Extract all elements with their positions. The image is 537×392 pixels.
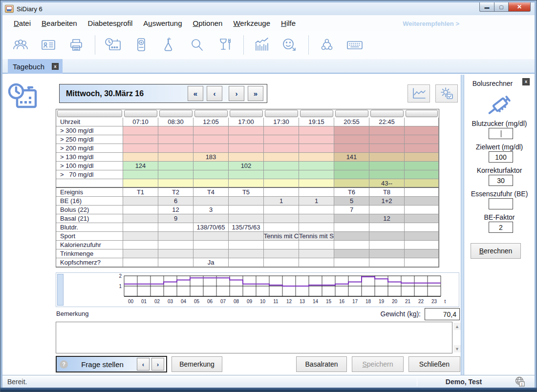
menu-auswertung[interactable]: Auswertung bbox=[138, 17, 187, 29]
question-next-button[interactable]: › bbox=[151, 358, 164, 371]
nutrition-icon[interactable] bbox=[214, 35, 236, 55]
bemerkung-button[interactable]: Bemerkung bbox=[172, 356, 222, 372]
table-cell[interactable] bbox=[334, 223, 369, 232]
table-cell[interactable] bbox=[229, 197, 264, 206]
table-cell[interactable]: 43-- bbox=[369, 179, 405, 188]
time-column-header[interactable]: 17:00 bbox=[229, 118, 264, 126]
table-cell[interactable] bbox=[299, 144, 334, 153]
table-cell[interactable]: T4 bbox=[193, 188, 229, 197]
table-cell[interactable]: 135/75/63 bbox=[229, 223, 264, 232]
next-day-button[interactable]: › bbox=[229, 86, 244, 101]
table-cell[interactable]: 138/70/65 bbox=[193, 223, 229, 232]
table-cell[interactable] bbox=[123, 135, 158, 144]
keyboard-icon[interactable] bbox=[344, 35, 366, 55]
time-column-header[interactable]: 17:30 bbox=[264, 118, 299, 126]
table-cell[interactable]: 6 bbox=[158, 197, 193, 206]
table-cell[interactable] bbox=[264, 206, 299, 214]
table-cell[interactable] bbox=[405, 197, 439, 206]
table-cell[interactable] bbox=[405, 135, 439, 144]
table-cell[interactable] bbox=[334, 214, 369, 223]
statistics-icon[interactable] bbox=[251, 35, 273, 55]
table-cell[interactable] bbox=[369, 135, 405, 144]
table-cell[interactable] bbox=[405, 232, 439, 241]
table-cell[interactable] bbox=[405, 258, 439, 267]
bolus-input[interactable] bbox=[489, 128, 513, 139]
table-cell[interactable] bbox=[229, 258, 264, 267]
tab-close-icon[interactable]: x bbox=[52, 63, 59, 70]
table-cell[interactable] bbox=[405, 144, 439, 153]
previous-day-button[interactable]: ‹ bbox=[207, 86, 222, 101]
table-cell[interactable] bbox=[299, 135, 334, 144]
table-cell[interactable] bbox=[264, 223, 299, 232]
table-cell[interactable] bbox=[123, 206, 158, 214]
table-cell[interactable]: T8 bbox=[369, 188, 405, 197]
table-cell[interactable] bbox=[229, 144, 264, 153]
table-cell[interactable] bbox=[158, 162, 193, 170]
last-day-button[interactable]: » bbox=[248, 86, 263, 101]
table-cell[interactable] bbox=[193, 241, 229, 249]
table-cell[interactable] bbox=[299, 126, 334, 135]
table-cell[interactable] bbox=[193, 170, 229, 179]
recommend-link[interactable]: Weiterempfehlen > bbox=[403, 20, 459, 27]
bolus-close-icon[interactable]: x bbox=[522, 78, 530, 85]
table-cell[interactable] bbox=[193, 214, 229, 223]
table-cell[interactable] bbox=[123, 214, 158, 223]
table-cell[interactable] bbox=[369, 258, 405, 267]
table-cell[interactable] bbox=[369, 232, 405, 241]
table-cell[interactable] bbox=[334, 179, 369, 188]
weight-input[interactable]: 70,4 bbox=[425, 308, 460, 320]
table-cell[interactable] bbox=[299, 249, 334, 258]
table-cell[interactable] bbox=[299, 258, 334, 267]
table-cell[interactable] bbox=[405, 206, 439, 214]
table-cell[interactable] bbox=[193, 232, 229, 241]
table-cell[interactable] bbox=[123, 126, 158, 135]
table-cell[interactable]: Tennis mit C bbox=[264, 232, 299, 241]
table-cell[interactable] bbox=[264, 188, 299, 197]
table-cell[interactable] bbox=[229, 179, 264, 188]
column-header-button[interactable] bbox=[194, 110, 228, 117]
table-cell[interactable] bbox=[264, 214, 299, 223]
menu-optionen[interactable]: Optionen bbox=[188, 17, 228, 29]
table-cell[interactable]: 1 bbox=[264, 197, 299, 206]
table-cell[interactable] bbox=[299, 206, 334, 214]
table-cell[interactable] bbox=[405, 223, 439, 232]
table-cell[interactable] bbox=[299, 170, 334, 179]
table-cell[interactable] bbox=[193, 162, 229, 170]
table-cell[interactable]: 12 bbox=[158, 206, 193, 214]
column-header-button[interactable] bbox=[370, 110, 404, 117]
table-cell[interactable] bbox=[334, 144, 369, 153]
table-cell[interactable]: T2 bbox=[158, 188, 193, 197]
table-cell[interactable] bbox=[264, 179, 299, 188]
table-cell[interactable] bbox=[229, 206, 264, 214]
table-cell[interactable] bbox=[369, 153, 405, 162]
table-cell[interactable] bbox=[229, 135, 264, 144]
close-button[interactable]: ✕ bbox=[509, 2, 531, 12]
glucose-meter-icon[interactable] bbox=[130, 35, 152, 55]
table-cell[interactable] bbox=[123, 232, 158, 241]
table-cell[interactable] bbox=[123, 241, 158, 249]
diary-calendar-icon[interactable] bbox=[102, 35, 125, 55]
table-cell[interactable] bbox=[299, 188, 334, 197]
settings-button[interactable] bbox=[435, 84, 458, 103]
table-cell[interactable]: 1+2 bbox=[369, 197, 405, 206]
table-cell[interactable] bbox=[229, 241, 264, 249]
sync-alert-icon[interactable]: ! bbox=[505, 376, 535, 388]
table-cell[interactable] bbox=[123, 197, 158, 206]
table-cell[interactable] bbox=[193, 249, 229, 258]
menu-datei[interactable]: Datei bbox=[8, 17, 36, 29]
table-cell[interactable] bbox=[229, 249, 264, 258]
table-cell[interactable] bbox=[158, 232, 193, 241]
table-cell[interactable]: Tennis mit S bbox=[299, 232, 334, 241]
table-cell[interactable] bbox=[264, 126, 299, 135]
table-cell[interactable] bbox=[405, 249, 439, 258]
table-cell[interactable] bbox=[299, 241, 334, 249]
basalraten-button[interactable]: Basalraten bbox=[296, 356, 347, 372]
smiley-export-icon[interactable] bbox=[279, 35, 301, 55]
bolus-input[interactable]: 30 bbox=[489, 175, 513, 186]
users-icon[interactable] bbox=[9, 35, 32, 55]
menu-hilfe[interactable]: Hilfe bbox=[276, 17, 301, 29]
tab-tagebuch[interactable]: Tagebuch x bbox=[8, 59, 63, 74]
question-prev-button[interactable]: ‹ bbox=[137, 358, 150, 371]
scroll-up-icon[interactable]: ▲ bbox=[453, 323, 461, 330]
table-cell[interactable] bbox=[264, 153, 299, 162]
